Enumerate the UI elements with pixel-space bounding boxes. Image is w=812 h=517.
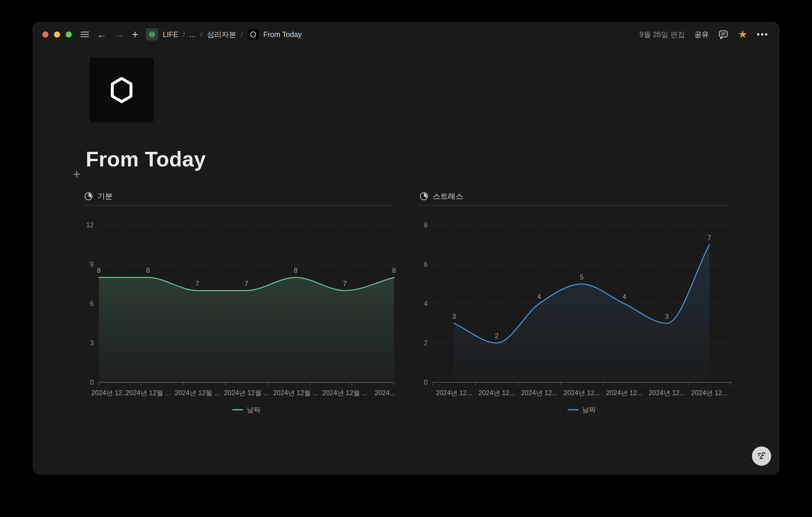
data-label: 5	[580, 273, 584, 281]
comments-icon[interactable]	[718, 29, 729, 40]
zoom-window-button[interactable]	[66, 31, 72, 38]
y-axis-tick-label: 6	[424, 261, 428, 268]
breadcrumb-item-parent[interactable]: 심리자본	[207, 30, 236, 39]
share-button[interactable]: 공유	[694, 30, 709, 39]
mood-chart-title[interactable]: 기분	[97, 191, 113, 202]
sidebar-toggle-icon[interactable]	[81, 31, 89, 38]
page-icon[interactable]	[89, 58, 154, 122]
x-axis-label: 2024년 12...	[563, 389, 600, 397]
x-axis-label: 2024년 12...	[606, 389, 642, 397]
y-axis-tick-label: 9	[90, 261, 94, 268]
y-axis-tick-label: 6	[90, 300, 94, 307]
divider	[83, 205, 395, 206]
breadcrumb-separator: /	[200, 30, 202, 39]
desktop-background: ← → + LIFE / ... / 심리자본 /	[0, 0, 812, 517]
data-label: 3	[665, 313, 669, 320]
stress-chart[interactable]: 024682024년 12...2024년 12...2024년 12...20…	[433, 225, 731, 383]
x-axis-label: 2024년 12...	[478, 389, 515, 397]
y-axis-tick-label: 0	[90, 378, 94, 386]
x-axis-label: 2024년 12월 ...	[125, 389, 171, 397]
data-label: 8	[146, 267, 150, 274]
legend-label: 날짜	[247, 405, 261, 415]
data-label: 8	[392, 267, 396, 274]
y-axis-tick-label: 2	[424, 339, 428, 347]
data-label: 4	[622, 293, 626, 301]
x-axis-label: 2024...	[375, 389, 395, 397]
legend-line-swatch	[232, 409, 243, 410]
ai-face-icon	[755, 450, 768, 462]
x-axis-label: 2024년 12...	[521, 389, 557, 397]
series-area	[454, 245, 709, 383]
breadcrumb-item-current[interactable]: From Today	[263, 30, 302, 39]
close-window-button[interactable]	[42, 31, 49, 38]
breadcrumb-separator: /	[241, 30, 243, 39]
last-edited-label: 9월 26일 편집	[640, 30, 685, 39]
traffic-lights	[42, 31, 72, 38]
data-label: 3	[453, 313, 456, 320]
x-axis-label: 2024년 12월 ...	[322, 389, 368, 397]
current-page-icon	[248, 29, 259, 40]
x-axis-label: 2024년 12...	[691, 389, 727, 397]
x-axis-label: 2024년 12월 ...	[224, 389, 269, 397]
pie-clock-icon	[419, 192, 429, 201]
breadcrumb: LIFE / ... / 심리자본 / From Today	[146, 28, 301, 40]
x-axis-label: 2024년 12...	[91, 389, 128, 397]
pie-clock-icon	[84, 192, 93, 201]
mood-chart[interactable]: 0369122024년 12...2024년 12월 ...2024년 12월 …	[99, 225, 394, 383]
data-label: 8	[97, 267, 101, 274]
data-label: 7	[707, 234, 712, 242]
breadcrumb-collapsed[interactable]: ...	[190, 30, 196, 39]
series-area	[99, 277, 394, 383]
mood-chart-legend[interactable]: 날짜	[99, 405, 394, 415]
hexagon-icon	[112, 79, 131, 102]
minimize-window-button[interactable]	[54, 31, 60, 38]
stress-chart-block: 스트레스 024682024년 12...2024년 12...2024년 12…	[419, 187, 731, 206]
new-tab-icon[interactable]: +	[132, 28, 138, 41]
breadcrumb-separator: /	[183, 30, 185, 39]
window-titlebar: ← → + LIFE / ... / 심리자본 /	[33, 23, 779, 46]
data-label: 8	[294, 267, 297, 274]
y-axis-tick-label: 3	[90, 339, 94, 347]
notion-window: ← → + LIFE / ... / 심리자본 /	[33, 22, 779, 475]
mood-chart-header: 기분	[83, 190, 395, 202]
y-axis-tick-label: 8	[424, 221, 428, 229]
stress-chart-title[interactable]: 스트레스	[433, 191, 463, 202]
legend-label: 날짜	[582, 405, 596, 415]
mood-chart-block: 기분 0369122024년 12...2024년 12월 ...2024년 1…	[83, 187, 395, 206]
x-axis-label: 2024년 12...	[649, 389, 685, 397]
notion-ai-button[interactable]	[752, 447, 771, 466]
breadcrumb-item-root[interactable]: LIFE	[163, 30, 178, 39]
favorite-star-icon[interactable]: ★	[738, 29, 747, 40]
stress-chart-legend[interactable]: 날짜	[433, 405, 731, 415]
y-axis-tick-label: 12	[86, 221, 94, 229]
data-label: 7	[343, 280, 347, 287]
more-options-icon[interactable]: •••	[757, 30, 768, 39]
x-axis-label: 2024년 12월 ...	[273, 389, 318, 397]
legend-line-swatch	[568, 409, 578, 410]
divider	[419, 205, 731, 206]
stress-chart-header: 스트레스	[419, 190, 731, 202]
page-title[interactable]: From Today	[86, 147, 206, 171]
data-label: 7	[196, 280, 199, 287]
data-label: 2	[495, 332, 498, 340]
x-axis-label: 2024년 12...	[436, 389, 472, 397]
y-axis-tick-label: 0	[424, 378, 428, 386]
back-arrow-icon[interactable]: ←	[97, 29, 107, 40]
x-axis-label: 2024년 12월 ...	[175, 389, 220, 397]
add-block-icon[interactable]: +	[70, 168, 83, 180]
data-label: 4	[537, 293, 541, 301]
data-label: 7	[245, 280, 249, 287]
forward-arrow-icon[interactable]: →	[114, 29, 124, 40]
workspace-page-icon[interactable]	[146, 28, 158, 40]
y-axis-tick-label: 4	[424, 300, 428, 307]
